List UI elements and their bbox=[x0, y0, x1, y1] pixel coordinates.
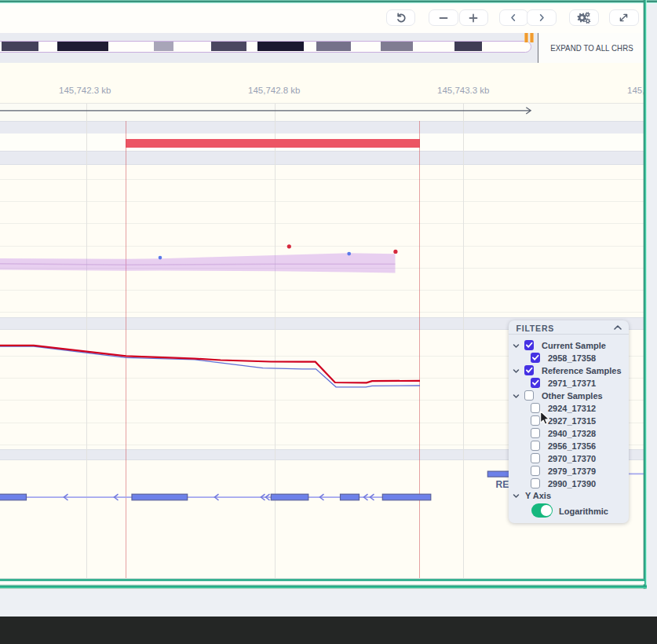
svg-text:RE: RE bbox=[496, 479, 509, 490]
